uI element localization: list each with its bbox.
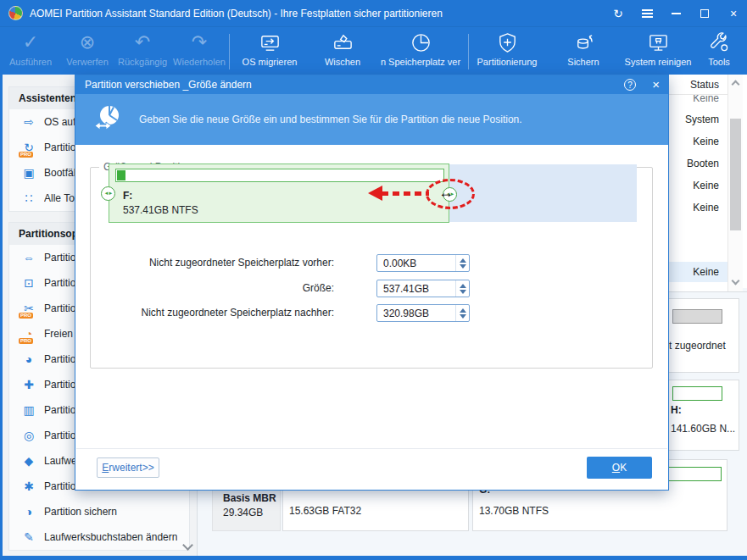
spinner-buttons	[455, 280, 469, 297]
field-label: Nicht zugeordneter Speicherplatz vorher:	[37, 257, 334, 269]
status-cell: System	[668, 109, 727, 130]
unallocated-before-input[interactable]: 0.00KB	[376, 254, 470, 272]
free-space-icon: ◔PRO	[21, 328, 36, 340]
spin-up-icon[interactable]	[460, 284, 466, 288]
status-cell: Keine	[668, 175, 727, 196]
drive-label-icon: ◆	[21, 455, 36, 467]
window-bottom-border	[0, 556, 747, 560]
sidebar-item-change-drive-letter[interactable]: ✎ Laufwerksbuchstaben ändern	[9, 524, 189, 550]
disk-size: 29.34GB	[223, 507, 280, 518]
spin-down-icon[interactable]	[460, 264, 466, 269]
allocate-space-icon	[376, 30, 465, 55]
drag-annotation-arrowhead	[368, 186, 382, 201]
partition-recovery-icon: ↻PRO	[21, 141, 36, 153]
spinner-buttons	[455, 305, 469, 321]
split-partition-icon: ✂PRO	[21, 302, 36, 314]
delete-partition-icon: ▥	[21, 404, 36, 416]
backup-partition-icon: ◑	[21, 506, 36, 518]
field-row-unallocated-before: Nicht zugeordneter Speicherplatz vorher:…	[114, 254, 601, 272]
pro-badge: PRO	[19, 313, 33, 319]
sidebar-item-backup-partition[interactable]: ◑ Partition sichern	[9, 499, 189, 524]
unallocated-after-block[interactable]	[449, 164, 637, 222]
redo-button[interactable]: ↷ Wiederholen	[171, 30, 227, 72]
status-cell-selected[interactable]: Keine	[668, 262, 727, 282]
field-label: Nicht zugeordneter Speicherplatz nachher…	[37, 307, 334, 319]
undo-button[interactable]: ↶ Rückgängig	[115, 30, 170, 72]
undo-icon: ↶	[115, 30, 170, 55]
spinner-buttons	[455, 255, 469, 271]
window-titlebar: AOMEI Partition Assistant Standard Editi…	[0, 0, 747, 27]
resize-partition-banner-icon	[92, 103, 124, 137]
field-value: 320.98GB	[383, 308, 429, 319]
spin-down-icon[interactable]	[460, 290, 466, 294]
table-scrollbar[interactable]	[727, 75, 743, 291]
table-separator	[668, 291, 747, 292]
spin-up-icon[interactable]	[460, 308, 466, 313]
app-logo-icon	[8, 6, 23, 20]
status-column-header[interactable]: Status	[668, 75, 727, 95]
create-partition-icon: ✚	[21, 379, 36, 391]
status-cell: Booten	[668, 153, 727, 174]
wipe-button[interactable]: Wischen	[310, 30, 375, 72]
field-row-size: Größe: 537.41GB	[114, 280, 601, 297]
wipe-partition-icon: ✱	[21, 480, 36, 492]
toolbar-separator	[468, 34, 469, 69]
merge-partition-icon: ⊡	[21, 277, 36, 289]
allocate-space-button[interactable]: n Speicherplatz ver	[376, 30, 465, 72]
dialog-title: Partition verschieben _Größe ändern	[85, 79, 252, 91]
dialog-close-icon[interactable]: ×	[652, 77, 660, 91]
left-resize-handle[interactable]: ◄►	[101, 186, 115, 201]
close-button[interactable]: ×	[725, 5, 742, 22]
apply-button[interactable]: ✓ Ausführen	[5, 30, 56, 72]
wipe-disk-icon	[310, 30, 375, 55]
dialog-titlebar[interactable]: Partition verschieben _Größe ändern	[75, 75, 668, 94]
spin-up-icon[interactable]	[460, 258, 466, 263]
migrate-os-icon	[232, 30, 307, 55]
change-letter-icon: ✎	[21, 531, 36, 543]
minimize-button[interactable]	[667, 5, 684, 22]
used-space-fill	[117, 170, 125, 180]
disk-type: Basis MBR	[223, 492, 280, 504]
main-toolbar: ✓ Ausführen ⊗ Verwerfen ↶ Rückgängig ↷ W…	[0, 27, 747, 75]
menu-icon[interactable]	[638, 5, 655, 22]
window-title: AOMEI Partition Assistant Standard Editi…	[30, 8, 443, 19]
partition-drive-letter: F:	[123, 190, 132, 202]
all-tools-icon: ∷	[21, 192, 36, 204]
migrate-os-button[interactable]: OS migrieren	[232, 30, 307, 72]
ok-button[interactable]: OK	[587, 457, 652, 479]
partition-name: H:	[671, 404, 682, 416]
toolbar-separator	[229, 34, 230, 69]
status-cell: Keine	[668, 197, 727, 218]
partition-info: 15.63GB FAT32	[289, 505, 361, 517]
redo-icon: ↷	[171, 30, 227, 55]
refresh-icon[interactable]: ↻	[610, 5, 627, 22]
dialog-help-icon[interactable]: ?	[624, 79, 636, 91]
format-partition-icon: ◕	[21, 353, 36, 365]
scroll-up-icon[interactable]	[732, 80, 740, 89]
unallocated-space-cell[interactable]: t zugeordnet	[666, 298, 739, 373]
clean-system-button[interactable]: System reinigen	[621, 30, 695, 72]
unallocated-after-input[interactable]: 320.98GB	[376, 304, 470, 322]
field-label: Größe:	[37, 282, 334, 294]
backup-button[interactable]: Sichern	[548, 30, 619, 72]
partition-usage-bar	[672, 386, 722, 401]
partition-cell-h[interactable]: H: 141.60GB N...	[666, 380, 739, 451]
partitioning-button[interactable]: Partitionierung	[471, 30, 543, 72]
check-icon: ✓	[5, 30, 56, 55]
discard-button[interactable]: ⊗ Verwerfen	[61, 30, 114, 72]
scroll-down-icon[interactable]	[732, 277, 740, 286]
window-controls: ↻ ×	[610, 0, 742, 27]
advanced-button[interactable]: Erweitert>>	[97, 457, 159, 478]
circle-x-icon: ⊗	[61, 30, 114, 55]
maximize-button[interactable]	[696, 5, 713, 22]
pro-badge: PRO	[19, 152, 33, 158]
partition-size-input[interactable]: 537.41GB	[376, 280, 470, 297]
field-value: 537.41GB	[383, 283, 429, 295]
spin-down-icon[interactable]	[460, 314, 466, 319]
dialog-banner: Geben Sie die neue Größe ein und bestimm…	[75, 94, 668, 145]
check-partition-icon: ◎	[21, 430, 36, 441]
migrate-os-small-icon: ⇨	[21, 116, 36, 128]
tools-button[interactable]: Tools	[697, 30, 741, 72]
scrollbar-thumb[interactable]	[730, 119, 741, 230]
status-cell: Keine	[668, 131, 727, 152]
